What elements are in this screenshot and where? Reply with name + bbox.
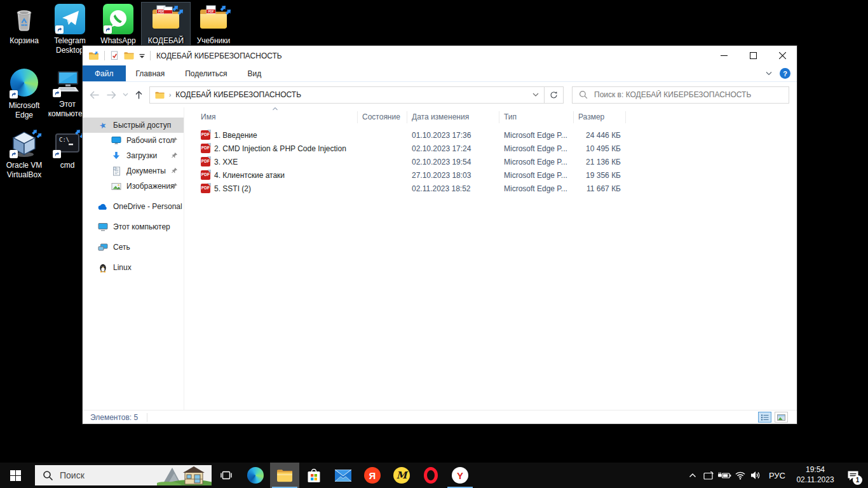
desktop-icon-recycle-bin[interactable]: Корзина: [0, 3, 48, 48]
onedrive-cloud-icon: [98, 203, 108, 210]
sidebar-item-onedrive[interactable]: OneDrive - Personal: [83, 199, 184, 214]
tray-time: 19:54: [790, 465, 840, 475]
tab-home[interactable]: Главная: [126, 65, 175, 81]
breadcrumb[interactable]: КОДЕБАЙ КИБЕРБЕЗОПАСНОСТЬ: [175, 90, 301, 99]
sidebar-item-network[interactable]: Сеть: [83, 240, 184, 255]
details-view-button[interactable]: [758, 412, 771, 423]
desktop-icon-label: Корзина: [0, 36, 48, 46]
sidebar-item-linux[interactable]: Linux: [83, 260, 184, 275]
desktop-icon-whatsapp[interactable]: WhatsApp: [94, 3, 142, 48]
sidebar-item-documents[interactable]: Документы: [83, 163, 184, 179]
tray-battery-icon[interactable]: [716, 463, 732, 488]
recent-locations-dropdown[interactable]: [120, 86, 130, 103]
pin-icon: [171, 167, 178, 174]
file-type: Microsoft Edge P...: [499, 184, 574, 193]
file-date: 02.11.2023 18:52: [407, 184, 499, 193]
computer-icon: [98, 222, 108, 231]
sidebar-item-downloads[interactable]: Загрузки: [83, 148, 184, 163]
file-row[interactable]: PDF5. SSTI (2) 02.11.2023 18:52 Microsof…: [200, 182, 797, 195]
taskbar-app-store[interactable]: [299, 463, 329, 488]
taskbar-app-yandex-search[interactable]: Я: [358, 463, 387, 488]
sidebar-item-this-pc[interactable]: Этот компьютер: [83, 219, 184, 234]
shortcut-arrow-icon: [104, 25, 112, 34]
taskbar-search-box[interactable]: Поиск: [35, 465, 212, 485]
task-view-button[interactable]: [212, 463, 241, 488]
up-button[interactable]: [130, 86, 147, 103]
sidebar-item-pictures[interactable]: Изображения: [83, 179, 184, 194]
address-box[interactable]: › КОДЕБАЙ КИБЕРБЕЗОПАСНОСТЬ: [149, 86, 545, 104]
tray-wifi-icon[interactable]: [732, 463, 748, 488]
search-box[interactable]: Поиск в: КОДЕБАЙ КИБЕРБЕЗОПАСНОСТЬ: [572, 86, 789, 104]
new-folder-qat-button[interactable]: [124, 51, 134, 60]
edge-icon: [9, 69, 39, 99]
sidebar-item-desktop[interactable]: Рабочий стол: [83, 133, 184, 148]
file-date: 01.10.2023 17:36: [407, 131, 499, 140]
pin-icon: [171, 137, 178, 144]
desktop-icon-kodebay[interactable]: PDF КОДЕБАЙ: [142, 3, 190, 48]
start-button[interactable]: [0, 463, 31, 488]
desktop-icon-virtualbox[interactable]: Oracle VM VirtualBox: [0, 127, 48, 181]
taskbar-app-mail[interactable]: [329, 463, 358, 488]
desktop-icon-edge[interactable]: Microsoft Edge: [0, 66, 48, 121]
explorer-main: ★ Быстрый доступ Рабочий стол Загрузки Д…: [83, 107, 797, 410]
forward-button[interactable]: [103, 86, 120, 103]
file-row[interactable]: PDF4. Клиентские атаки 27.10.2023 18:03 …: [200, 168, 797, 182]
taskbar-app-edge[interactable]: [241, 463, 270, 488]
file-row[interactable]: PDF2. CMD Injection & PHP Code Injection…: [200, 142, 797, 155]
file-date: 02.10.2023 19:54: [407, 158, 499, 166]
column-header-size[interactable]: Размер: [574, 111, 626, 123]
thumbnail-view-button[interactable]: [775, 412, 788, 423]
tray-language-indicator[interactable]: РУС: [764, 471, 790, 480]
desktop-icon-uchebniki[interactable]: PDF Учебники: [189, 3, 238, 48]
close-button[interactable]: [768, 46, 797, 65]
taskbar-app-yellow-m[interactable]: M: [387, 463, 416, 488]
file-name: 1. Введение: [214, 131, 257, 140]
taskbar-app-explorer[interactable]: [270, 463, 299, 488]
taskbar-search-placeholder: Поиск: [60, 470, 85, 480]
tray-chevron-up-icon[interactable]: [684, 463, 700, 488]
file-row[interactable]: PDF3. XXE 02.10.2023 19:54 Microsoft Edg…: [200, 155, 797, 168]
star-icon: ★: [97, 119, 109, 132]
svg-text:PDF: PDF: [208, 10, 214, 13]
notification-badge: 1: [853, 475, 862, 485]
address-dropdown-icon[interactable]: [532, 93, 539, 97]
file-size: 24 446 КБ: [574, 131, 626, 140]
taskbar-app-opera[interactable]: [416, 463, 445, 488]
maximize-button[interactable]: [738, 46, 768, 65]
virtualbox-icon: [9, 128, 39, 159]
properties-qat-button[interactable]: [110, 51, 119, 60]
refresh-button[interactable]: [544, 86, 564, 104]
document-icon: [111, 166, 121, 176]
column-header-date[interactable]: Дата изменения: [407, 111, 499, 123]
back-button[interactable]: [86, 86, 103, 103]
file-date: 02.10.2023 17:24: [407, 144, 499, 153]
collapse-ribbon-icon[interactable]: [766, 71, 772, 76]
column-header-type[interactable]: Тип: [499, 111, 574, 123]
sidebar-item-quick-access[interactable]: ★ Быстрый доступ: [83, 118, 184, 133]
action-center-button[interactable]: 1: [840, 463, 865, 488]
navigation-pane: ★ Быстрый доступ Рабочий стол Загрузки Д…: [83, 107, 184, 410]
tray-date: 02.11.2023: [790, 475, 840, 485]
tab-file[interactable]: Файл: [83, 65, 126, 81]
tab-share[interactable]: Поделиться: [175, 65, 237, 81]
tab-view[interactable]: Вид: [237, 65, 271, 81]
tray-cast-icon[interactable]: [700, 463, 716, 488]
sort-ascending-icon[interactable]: [272, 107, 278, 111]
title-bar: КОДЕБАЙ КИБЕРБЕЗОПАСНОСТЬ: [83, 46, 797, 65]
file-row[interactable]: PDF1. Введение 01.10.2023 17:36 Microsof…: [200, 128, 797, 142]
pdf-folder-icon: PDF: [151, 4, 181, 34]
column-header-status[interactable]: Состояние: [358, 111, 407, 123]
customize-qat-dropdown[interactable]: [139, 53, 145, 58]
desktop-monitor-icon: [111, 136, 121, 145]
tray-volume-icon[interactable]: [748, 463, 764, 488]
column-header-name[interactable]: Имя: [200, 111, 358, 123]
taskbar-app-yandex-browser[interactable]: Y: [445, 463, 475, 488]
tray-clock[interactable]: 19:54 02.11.2023: [790, 465, 840, 485]
search-placeholder: Поиск в: КОДЕБАЙ КИБЕРБЕЗОПАСНОСТЬ: [594, 90, 751, 99]
help-button[interactable]: ?: [780, 68, 790, 79]
address-folder-icon: [155, 91, 165, 99]
network-icon: [98, 243, 108, 252]
minimize-button[interactable]: [709, 46, 738, 65]
window-folder-icon: [88, 51, 99, 60]
shortcut-arrow-icon: [53, 150, 61, 158]
